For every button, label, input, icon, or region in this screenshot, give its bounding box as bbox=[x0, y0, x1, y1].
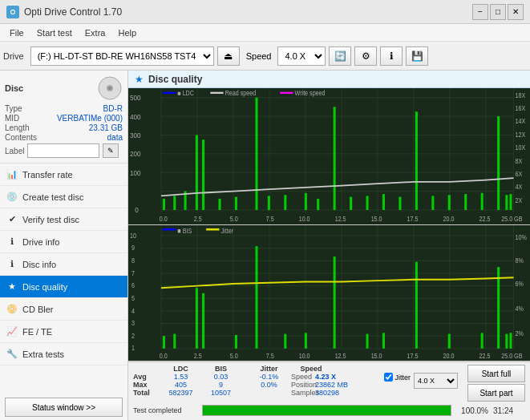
maximize-button[interactable]: □ bbox=[490, 4, 506, 20]
nav-disc-info[interactable]: ℹ Disc info bbox=[0, 253, 127, 276]
svg-rect-36 bbox=[366, 196, 369, 210]
disc-info-icon: ℹ bbox=[6, 259, 18, 270]
svg-rect-32 bbox=[305, 193, 307, 210]
disc-label-row: Label ✎ bbox=[5, 143, 123, 158]
svg-text:■ BIS: ■ BIS bbox=[177, 227, 192, 235]
svg-text:Read speed: Read speed bbox=[225, 90, 257, 98]
samples-label: Samples bbox=[291, 389, 315, 397]
disc-length-row: Length 23.31 GB bbox=[5, 123, 123, 132]
nav-disc-quality[interactable]: ★ Disc quality bbox=[0, 276, 127, 298]
svg-text:6%: 6% bbox=[516, 279, 524, 287]
svg-rect-28 bbox=[235, 197, 237, 210]
svg-rect-33 bbox=[317, 199, 319, 210]
svg-rect-79 bbox=[128, 225, 530, 361]
nav-extra-tests[interactable]: 🔧 Extra tests bbox=[0, 343, 127, 365]
svg-text:15.0: 15.0 bbox=[371, 216, 382, 224]
menu-file[interactable]: File bbox=[3, 26, 30, 39]
status-window-button[interactable]: Status window >> bbox=[5, 398, 123, 417]
lower-chart: 10 9 8 7 6 5 4 3 2 1 10% 8% 6% 4% 2% bbox=[128, 225, 530, 362]
start-full-button[interactable]: Start full bbox=[467, 365, 525, 382]
svg-rect-107 bbox=[284, 333, 286, 348]
cd-bler-icon: 📀 bbox=[6, 304, 18, 315]
menu-help[interactable]: Help bbox=[111, 26, 143, 39]
nav-cd-bler[interactable]: 📀 CD Bler bbox=[0, 298, 127, 321]
nav-verify-test-disc[interactable]: ✔ Verify test disc bbox=[0, 208, 127, 231]
menu-extra[interactable]: Extra bbox=[79, 26, 112, 39]
progress-bar-fill bbox=[203, 406, 451, 415]
transfer-rate-icon: 📊 bbox=[6, 169, 18, 180]
nav-drive-info[interactable]: ℹ Drive info bbox=[0, 231, 127, 253]
refresh-button[interactable]: 🔄 bbox=[329, 46, 351, 66]
nav-fe-te[interactable]: 📈 FE / TE bbox=[0, 321, 127, 343]
fe-te-icon: 📈 bbox=[6, 326, 18, 337]
svg-text:20.0: 20.0 bbox=[443, 216, 455, 224]
svg-rect-115 bbox=[497, 267, 500, 349]
svg-rect-30 bbox=[268, 196, 270, 210]
svg-text:100: 100 bbox=[130, 168, 141, 177]
content-header: ★ Disc quality bbox=[128, 71, 530, 88]
nav-items: 📊 Transfer rate 💿 Create test disc ✔ Ver… bbox=[0, 164, 127, 365]
svg-rect-146 bbox=[206, 228, 219, 230]
menu-start-test[interactable]: Start test bbox=[30, 26, 79, 39]
svg-text:200: 200 bbox=[130, 150, 141, 159]
svg-rect-75 bbox=[210, 92, 223, 94]
eject-button[interactable]: ⏏ bbox=[217, 46, 240, 66]
label-input[interactable] bbox=[27, 143, 99, 158]
svg-rect-40 bbox=[431, 196, 434, 210]
nav-transfer-rate[interactable]: 📊 Transfer rate bbox=[0, 164, 127, 186]
svg-text:12X: 12X bbox=[516, 131, 526, 139]
sidebar: Disc Type BD-R MID VERBATIMe (000) Lengt… bbox=[0, 71, 128, 420]
drive-select[interactable]: (F:) HL-DT-ST BD-RE WH16NS58 TST4 bbox=[30, 46, 214, 66]
start-part-button[interactable]: Start part bbox=[467, 384, 525, 402]
svg-rect-106 bbox=[255, 246, 257, 349]
speed-select[interactable]: 4.0 X bbox=[277, 46, 326, 66]
svg-rect-109 bbox=[334, 256, 336, 349]
minimize-button[interactable]: − bbox=[472, 4, 488, 20]
upper-chart-svg: 500 400 300 200 100 0 18X 16X 14X 12X 10… bbox=[128, 88, 530, 224]
status-window-label: Status window >> bbox=[32, 403, 95, 412]
svg-rect-42 bbox=[464, 194, 467, 210]
avg-bis: 0.03 bbox=[203, 373, 239, 381]
info-button[interactable]: ℹ bbox=[380, 46, 403, 66]
svg-text:Jitter: Jitter bbox=[221, 227, 234, 235]
main-layout: Disc Type BD-R MID VERBATIMe (000) Lengt… bbox=[0, 71, 530, 420]
charts-area: 500 400 300 200 100 0 18X 16X 14X 12X 10… bbox=[128, 88, 530, 361]
app-title: Opti Drive Control 1.70 bbox=[24, 6, 122, 18]
stats-col-empty bbox=[133, 365, 159, 373]
speed-dropdown[interactable]: 4.0 X bbox=[414, 373, 458, 389]
lower-chart-svg: 10 9 8 7 6 5 4 3 2 1 10% 8% 6% 4% 2% bbox=[128, 225, 530, 361]
settings-button[interactable]: ⚙ bbox=[354, 46, 377, 66]
jitter-checkbox[interactable] bbox=[384, 373, 393, 382]
svg-text:4%: 4% bbox=[516, 305, 524, 313]
svg-text:8X: 8X bbox=[516, 157, 523, 165]
extra-tests-icon: 🔧 bbox=[6, 349, 18, 360]
label-edit-button[interactable]: ✎ bbox=[103, 143, 119, 158]
nav-transfer-rate-label: Transfer rate bbox=[22, 170, 73, 180]
nav-create-test-disc[interactable]: 💿 Create test disc bbox=[0, 186, 127, 208]
svg-text:10X: 10X bbox=[516, 144, 526, 152]
svg-text:9: 9 bbox=[131, 244, 135, 252]
svg-rect-41 bbox=[448, 195, 451, 210]
stats-col-speed: Speed bbox=[291, 365, 331, 373]
length-label: Length bbox=[5, 123, 30, 132]
svg-text:8: 8 bbox=[131, 256, 135, 265]
svg-text:6X: 6X bbox=[516, 170, 523, 178]
svg-rect-29 bbox=[255, 98, 257, 210]
svg-rect-110 bbox=[366, 333, 369, 348]
mid-label: MID bbox=[5, 114, 19, 123]
drive-info-icon: ℹ bbox=[6, 236, 18, 248]
save-button[interactable]: 💾 bbox=[406, 46, 428, 66]
svg-text:6: 6 bbox=[131, 281, 135, 289]
speed-actual: 4.23 X bbox=[315, 373, 347, 381]
svg-text:2%: 2% bbox=[516, 329, 524, 337]
disc-section-title: Disc bbox=[5, 83, 23, 93]
svg-text:300: 300 bbox=[130, 131, 141, 139]
svg-text:7: 7 bbox=[131, 269, 135, 277]
svg-text:17.5: 17.5 bbox=[407, 216, 419, 224]
svg-rect-101 bbox=[163, 336, 165, 349]
title-bar: O Opti Drive Control 1.70 − □ ✕ bbox=[0, 0, 530, 24]
close-button[interactable]: ✕ bbox=[508, 4, 524, 20]
stats-col-spacer bbox=[239, 365, 247, 373]
create-test-disc-icon: 💿 bbox=[6, 192, 18, 203]
svg-rect-105 bbox=[235, 334, 237, 348]
